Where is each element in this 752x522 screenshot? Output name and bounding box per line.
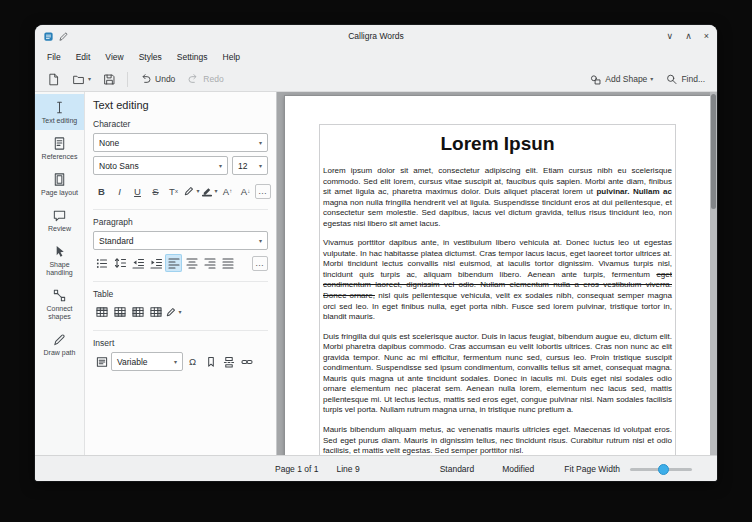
find-button[interactable]: Find... — [660, 69, 710, 90]
insert-text-frame-button[interactable] — [93, 353, 110, 371]
chevron-down-icon: ▾ — [174, 359, 177, 365]
vertical-scrollbar[interactable] — [710, 92, 717, 455]
align-center-button[interactable] — [183, 254, 200, 272]
line-spacing-button[interactable] — [111, 254, 128, 272]
zoom-slider[interactable] — [630, 462, 692, 476]
chevron-down-icon: ▾ — [88, 76, 91, 82]
align-left-icon — [168, 257, 180, 269]
style-indicator[interactable]: Standard — [440, 464, 475, 474]
underline-button[interactable]: U — [129, 182, 146, 200]
menu-view[interactable]: View — [98, 49, 130, 65]
sidebar-item-label: Text editing — [42, 117, 77, 125]
paragraph-more-button[interactable]: … — [252, 256, 268, 271]
sidebar-item-references[interactable]: References — [35, 130, 84, 166]
maximize-button[interactable]: ∧ — [685, 31, 692, 41]
tool-sidebar: Text editing References Page layout Revi… — [35, 92, 85, 455]
paragraph: Lorem ipsum dolor sit amet, consectetur … — [323, 166, 672, 229]
text-run: Mauris bibendum aliquam metus, ac venena… — [323, 425, 672, 455]
redo-button[interactable]: Redo — [182, 69, 228, 90]
paragraph: Vivamus porttitor dapibus ante, in vesti… — [323, 238, 672, 322]
highlight-color-button[interactable]: ▾ — [201, 182, 218, 200]
text-color-button[interactable]: ▾ — [183, 182, 200, 200]
character-more-button[interactable]: … — [255, 184, 271, 199]
open-document-button[interactable]: ▾ — [67, 69, 96, 90]
bold-button[interactable]: B — [93, 182, 110, 200]
chevron-down-icon: ▾ — [219, 163, 222, 169]
insert-row-below-button[interactable] — [111, 303, 128, 321]
shrink-font-button[interactable]: A↓ — [237, 182, 254, 200]
arrow-up-icon: ↑ — [229, 188, 232, 194]
insert-page-break-button[interactable] — [220, 353, 237, 371]
page-layout-icon — [52, 172, 67, 187]
sidebar-item-page-layout[interactable]: Page layout — [35, 166, 84, 202]
italic-button[interactable]: I — [111, 182, 128, 200]
menu-help[interactable]: Help — [216, 49, 247, 65]
insert-row-above-button[interactable] — [93, 303, 110, 321]
variable-combo-value: Variable — [117, 357, 148, 367]
document-page[interactable]: Lorem Ipsun Lorem ipsum dolor sit amet, … — [284, 95, 711, 455]
grow-font-button[interactable]: A↑ — [219, 182, 236, 200]
insert-link-button[interactable] — [238, 353, 255, 371]
table-border-pen-button[interactable]: ▾ — [165, 303, 182, 321]
sidebar-item-shape-handling[interactable]: Shape handling — [35, 238, 84, 282]
save-button[interactable] — [98, 69, 121, 90]
superscript-button[interactable]: Tx — [165, 182, 182, 200]
docker-title: Text editing — [93, 99, 268, 111]
pencil-icon — [58, 31, 69, 42]
page-indicator[interactable]: Page 1 of 1 — [275, 464, 318, 474]
text-frame: Lorem Ipsun Lorem ipsum dolor sit amet, … — [319, 124, 676, 455]
menu-styles[interactable]: Styles — [132, 49, 169, 65]
character-style-value: None — [99, 138, 119, 148]
align-right-icon — [204, 257, 216, 269]
strikethrough-button[interactable]: S — [147, 182, 164, 200]
minimize-button[interactable]: ∨ — [667, 31, 674, 41]
indent-more-button[interactable] — [147, 254, 164, 272]
paragraph: Mauris bibendum aliquam metus, ac venena… — [323, 425, 672, 455]
add-shape-button[interactable]: Add Shape ▾ — [584, 69, 658, 90]
new-document-button[interactable] — [42, 69, 65, 90]
menu-settings[interactable]: Settings — [170, 49, 215, 65]
sidebar-item-connect-shapes[interactable]: Connect shapes — [35, 282, 84, 326]
scrollbar-thumb[interactable] — [711, 94, 716, 209]
insert-column-left-button[interactable] — [129, 303, 146, 321]
indent-less-button[interactable] — [129, 254, 146, 272]
undo-button[interactable]: Undo — [134, 69, 180, 90]
table-column-right-icon — [150, 306, 162, 318]
sidebar-item-draw-path[interactable]: Draw path — [35, 326, 84, 362]
font-family-value: Noto Sans — [99, 161, 139, 171]
special-character-button[interactable]: Ω — [184, 353, 201, 371]
character-style-combo[interactable]: None ▾ — [93, 133, 268, 152]
chevron-down-icon: ▾ — [196, 188, 199, 194]
list-bullet-button[interactable] — [93, 254, 110, 272]
connector-icon — [52, 288, 67, 303]
align-right-button[interactable] — [201, 254, 218, 272]
align-left-button[interactable] — [165, 254, 182, 272]
link-icon — [241, 356, 253, 368]
align-justify-button[interactable] — [219, 254, 236, 272]
superscript-x: x — [175, 188, 178, 194]
close-button[interactable]: × — [704, 31, 709, 41]
zoom-slider-handle[interactable] — [658, 464, 669, 475]
insert-bookmark-button[interactable] — [202, 353, 219, 371]
sidebar-item-text-editing[interactable]: Text editing — [35, 94, 84, 130]
chevron-down-icon: ▾ — [178, 309, 181, 315]
variable-combo[interactable]: Variable ▾ — [111, 352, 183, 371]
zoom-mode-selector[interactable]: Fit Page Width — [564, 464, 620, 474]
font-family-combo[interactable]: Noto Sans ▾ — [93, 156, 228, 175]
font-size-combo[interactable]: 12 ▾ — [232, 156, 268, 175]
titlebar-icons — [43, 31, 69, 42]
text-run: nisl quis pellentesque vehicula, velit e… — [323, 291, 672, 321]
insert-column-right-button[interactable] — [147, 303, 164, 321]
tool-options-docker: Text editing Character None ▾ Noto Sans … — [85, 92, 277, 455]
sidebar-item-review[interactable]: Review — [35, 202, 84, 238]
menu-edit[interactable]: Edit — [69, 49, 98, 65]
align-center-icon — [186, 257, 198, 269]
document-canvas: Lorem Ipsun Lorem ipsum dolor sit amet, … — [277, 92, 717, 455]
page-break-icon — [223, 356, 235, 368]
menu-file[interactable]: File — [40, 49, 68, 65]
main-toolbar: ▾ Undo Redo Add Shape ▾ Find... — [35, 67, 717, 92]
cursor-arrow-icon — [52, 244, 67, 259]
sidebar-item-label: Review — [48, 225, 71, 233]
paragraph-style-combo[interactable]: Standard ▾ — [93, 231, 268, 250]
character-buttons-row: B I U S Tx ▾ ▾ A↑ — [93, 182, 268, 200]
